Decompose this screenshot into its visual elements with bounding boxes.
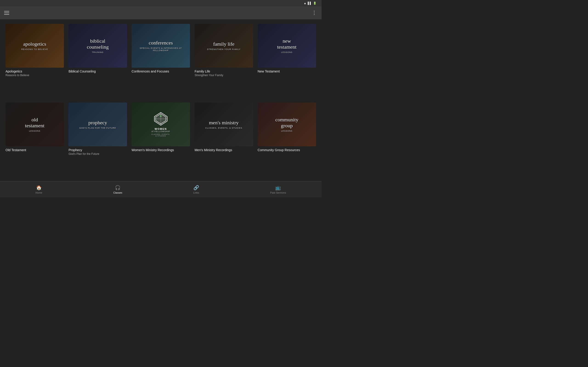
card-image-prophecy: prophecy GOD'S PLAN FOR THE FUTURE [69,102,127,146]
nav-icon-past-sermons: 📺 [275,185,281,190]
women-logo: WOMEN of FELLOWSHIP CLASSES, EVENTS, & S… [151,112,170,137]
card-image-old-testament: oldtestament LESSONS [6,102,64,146]
card-title-new-testament: New Testament [258,69,316,73]
card-subtitle-apologetics: Reasons to Believe [6,74,64,77]
nav-icon-home: 🏠 [36,185,42,190]
toolbar: ⋮ [0,6,321,19]
nav-item-home[interactable]: 🏠 Home [32,183,46,196]
card-title-old-testament: Old Testament [6,148,64,152]
card-subtitle-prophecy: God's Plan for the Future [69,152,127,156]
card-title-biblical-counseling: Biblical Counseling [69,69,127,73]
card-main-text-family-life: family life [207,41,241,47]
card-image-community-group: communitygroup LESSONS [258,102,316,146]
card-main-text-mens-ministry: men's ministry [205,120,242,126]
card-family-life[interactable]: family life STRENGTHEN YOUR FAMILY Famil… [195,24,253,98]
card-overlay-mens-ministry: men's ministry CLASSES, EVENTS, & STUDIE… [204,118,244,131]
card-mens-ministry[interactable]: men's ministry CLASSES, EVENTS, & STUDIE… [195,102,253,177]
menu-button[interactable] [3,9,11,17]
card-title-prophecy: Prophecy [69,148,127,152]
card-image-conferences: conferences SPECIAL EVENTS & INTENSIVES … [132,24,190,68]
card-image-mens-ministry: men's ministry CLASSES, EVENTS, & STUDIE… [195,102,253,146]
card-title-women: Women's Ministry Recordings [132,148,190,152]
card-sub-text-conferences: SPECIAL EVENTS & INTENSIVES AT FELLOWSHI… [133,47,188,52]
card-overlay-apologetics: apologetics REASONS TO BELIEVE [19,39,50,52]
card-main-text-biblical-counseling: biblicalcounseling [87,38,109,50]
card-image-biblical-counseling: biblicalcounseling TRAINING [69,24,127,68]
card-sub-text-mens-ministry: CLASSES, EVENTS, & STUDIES [205,127,242,129]
card-title-community-group: Community Group Resources [258,148,316,152]
card-sub-text-biblical-counseling: TRAINING [87,51,109,53]
women-of-text: of FELLOWSHIP [151,130,170,133]
nav-label-classes: Classes [113,191,122,194]
card-subtitle-family-life: Strengthen Your Family [195,74,253,77]
card-overlay-community-group: communitygroup LESSONS [274,115,300,134]
nav-label-links: Links [193,191,199,194]
card-main-text-old-testament: oldtestament [25,117,44,129]
card-community-group[interactable]: communitygroup LESSONS Community Group R… [258,102,316,177]
wifi-icon: ▲ [304,2,306,5]
card-sub-text-prophecy: GOD'S PLAN FOR THE FUTURE [79,127,116,129]
card-women[interactable]: WOMEN of FELLOWSHIP CLASSES, EVENTS, & S… [132,102,190,177]
card-overlay-conferences: conferences SPECIAL EVENTS & INTENSIVES … [132,38,190,53]
card-conferences[interactable]: conferences SPECIAL EVENTS & INTENSIVES … [132,24,190,98]
card-new-testament[interactable]: newtestament LESSONS New Testament [258,24,316,98]
battery-icon: 🔋 [313,2,317,5]
card-overlay-prophecy: prophecy GOD'S PLAN FOR THE FUTURE [78,118,118,131]
card-prophecy[interactable]: prophecy GOD'S PLAN FOR THE FUTURE Proph… [69,102,127,177]
nav-label-past-sermons: Past Sermons [270,191,286,194]
nav-icon-classes: 🎧 [115,185,121,190]
card-image-new-testament: newtestament LESSONS [258,24,316,68]
nav-item-classes[interactable]: 🎧 Classes [110,183,126,196]
signal-icon: ▌▌ [308,2,312,5]
card-sub-text-community-group: LESSONS [275,130,298,132]
card-main-text-prophecy: prophecy [79,120,116,126]
nav-label-home: Home [36,191,42,194]
card-old-testament[interactable]: oldtestament LESSONS Old Testament [6,102,64,177]
card-sub-text-new-testament: LESSONS [277,51,296,53]
nav-item-past-sermons[interactable]: 📺 Past Sermons [267,183,290,196]
card-overlay-new-testament: newtestament LESSONS [275,36,298,55]
card-biblical-counseling[interactable]: biblicalcounseling TRAINING Biblical Cou… [69,24,127,98]
card-apologetics[interactable]: apologetics REASONS TO BELIEVE Apologeti… [6,24,64,98]
card-main-text-new-testament: newtestament [277,38,296,50]
card-title-family-life: Family Life [195,69,253,73]
card-image-apologetics: apologetics REASONS TO BELIEVE [6,24,64,68]
card-image-family-life: family life STRENGTHEN YOUR FAMILY [195,24,253,68]
card-sub-text-family-life: STRENGTHEN YOUR FAMILY [207,48,241,50]
women-diamond-icon [154,112,168,126]
classes-grid: apologetics REASONS TO BELIEVE Apologeti… [0,19,321,181]
card-main-text-community-group: communitygroup [275,117,298,129]
more-options-button[interactable]: ⋮ [310,8,319,18]
card-main-text-apologetics: apologetics [21,41,48,47]
card-overlay-family-life: family life STRENGTHEN YOUR FAMILY [205,39,242,52]
card-sub-text-apologetics: REASONS TO BELIEVE [21,48,48,50]
card-main-text-conferences: conferences [133,40,188,46]
card-title-mens-ministry: Men's Ministry Recordings [195,148,253,152]
card-overlay-old-testament: oldtestament LESSONS [23,115,46,134]
card-image-women: WOMEN of FELLOWSHIP CLASSES, EVENTS, & S… [132,102,190,146]
card-overlay-biblical-counseling: biblicalcounseling TRAINING [85,36,111,55]
card-sub-text-old-testament: LESSONS [25,130,44,132]
women-sub2-text: & STUDIES [151,135,170,137]
card-title-conferences: Conferences and Focuses [132,69,190,73]
status-bar: ▲ ▌▌ 🔋 [0,0,321,6]
bottom-navigation: 🏠 Home 🎧 Classes 🔗 Links 📺 Past Sermons [0,181,321,197]
nav-item-links[interactable]: 🔗 Links [190,183,203,196]
women-title-text: WOMEN [151,127,170,130]
card-title-apologetics: Apologetics [6,69,64,73]
nav-icon-links: 🔗 [193,185,199,190]
women-sub-text: CLASSES, EVENTS, [151,133,170,135]
